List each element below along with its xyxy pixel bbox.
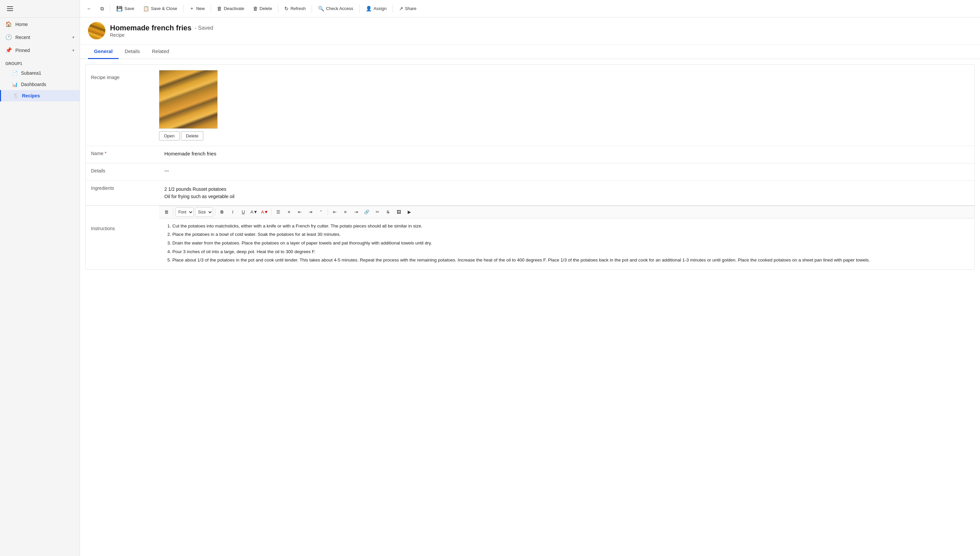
open-in-new-button[interactable]: ⧉ (96, 4, 108, 14)
more-button[interactable]: ▶ (405, 207, 414, 217)
image-row: Recipe image Open Delete (85, 65, 974, 146)
sidebar-group-label: Group1 (0, 57, 80, 67)
sidebar: 🏠 Home 🕐 Recent ▾ 📌 Pinned ▾ Group1 📄 Su… (0, 0, 80, 556)
image-open-button[interactable]: Open (159, 131, 180, 141)
new-icon: ＋ (189, 5, 194, 12)
hamburger-menu-icon[interactable] (5, 4, 15, 13)
instruction-step-2: Place the potatoes in a bowl of cold wat… (172, 231, 969, 238)
save-close-icon: 📋 (143, 6, 149, 12)
rte-separator-1 (173, 209, 173, 215)
toolbar-separator-7 (393, 5, 393, 13)
delete-icon: 🗑 (253, 6, 258, 11)
subarea-icon: 📄 (12, 70, 18, 76)
instructions-row: Instructions 🗑 Font Size B (85, 205, 974, 269)
recent-icon: 🕐 (5, 34, 12, 40)
refresh-button[interactable]: ↻ Refresh (280, 4, 309, 14)
font-select[interactable]: Font (175, 207, 193, 217)
instruction-step-3: Drain the water from the potatoes. Place… (172, 239, 969, 247)
assign-icon: 👤 (366, 6, 372, 12)
chevron-down-icon: ▾ (73, 48, 74, 53)
highlight-button[interactable]: A▼ (249, 207, 259, 217)
toolbar-separator-3 (211, 5, 211, 13)
instruction-step-4: Pour 3 inches of oil into a large, deep … (172, 248, 969, 255)
ingredients-row: Ingredients 2 1/2 pounds Russet potatoes… (85, 181, 974, 205)
tab-general[interactable]: General (88, 44, 119, 59)
save-close-button[interactable]: 📋 Save & Close (139, 4, 181, 14)
ingredients-line1: 2 1/2 pounds Russet potatoes (164, 186, 969, 193)
image-delete-button[interactable]: Delete (181, 131, 204, 141)
save-button[interactable]: 💾 Save (112, 4, 138, 14)
check-access-button[interactable]: 🔍 Check Access (314, 4, 357, 14)
share-icon: ↗ (399, 6, 403, 12)
link-button[interactable]: 🔗 (362, 207, 371, 217)
deactivate-button[interactable]: 🗑 Deactivate (213, 4, 248, 13)
content-area: Homemade french fries - Saved Recipe Gen… (80, 17, 980, 556)
refresh-icon: ↻ (284, 6, 289, 12)
align-right-button[interactable]: ⇥ (351, 207, 361, 217)
new-button[interactable]: ＋ New (185, 3, 209, 14)
details-label: Details (85, 163, 159, 178)
unlink-button[interactable]: ✂ (373, 207, 382, 217)
image-button[interactable]: 🖼 (394, 207, 403, 217)
image-buttons: Open Delete (159, 131, 218, 141)
tab-related[interactable]: Related (146, 44, 175, 59)
indent-button[interactable]: ⇥ (306, 207, 315, 217)
align-center-button[interactable]: ≡ (341, 207, 350, 217)
instruction-step-5: Place about 1/3 of the potatoes in the p… (172, 257, 969, 264)
check-access-label: Check Access (326, 6, 353, 11)
back-icon: ← (87, 6, 92, 11)
save-label: Save (124, 6, 134, 11)
rte-eraser-button[interactable]: 🗑 (162, 207, 171, 217)
numbered-list-button[interactable]: ≡ (284, 207, 294, 217)
sidebar-item-recent[interactable]: 🕐 Recent ▾ (0, 31, 80, 44)
align-left-button[interactable]: ⇤ (330, 207, 339, 217)
instructions-text[interactable]: Cut the potatoes into matchsticks, eithe… (159, 218, 974, 269)
italic-button[interactable]: I (228, 207, 237, 217)
delete-label: Delete (260, 6, 272, 11)
ingredients-line2: Oil for frying such as vegetable oil (164, 193, 969, 200)
outdent-button[interactable]: ⇤ (295, 207, 304, 217)
rte-separator-3 (271, 209, 272, 215)
name-label: Name * (85, 146, 159, 161)
form-content: Recipe image Open Delete Name * (85, 65, 975, 270)
delete-button[interactable]: 🗑 Delete (249, 4, 276, 13)
main-content: ← ⧉ 💾 Save 📋 Save & Close ＋ New 🗑 Deacti… (80, 0, 980, 556)
required-indicator: * (105, 151, 106, 156)
deactivate-label: Deactivate (224, 6, 244, 11)
back-button[interactable]: ← (83, 4, 96, 13)
quote-button[interactable]: " (316, 207, 326, 217)
strikethrough-button[interactable]: S̶ (383, 207, 393, 217)
bullet-list-button[interactable]: ☰ (274, 207, 283, 217)
name-value[interactable]: Homemade french fries (159, 146, 974, 161)
image-label: Recipe image (85, 70, 159, 85)
sidebar-item-dashboards[interactable]: 📊 Dashboards (0, 79, 80, 90)
font-color-button[interactable]: A▼ (260, 207, 269, 217)
tab-details[interactable]: Details (119, 44, 146, 59)
sidebar-header (0, 0, 80, 18)
size-select[interactable]: Size (195, 207, 213, 217)
underline-button[interactable]: U (239, 207, 248, 217)
record-title: Homemade french fries - Saved (110, 24, 213, 32)
ingredients-value[interactable]: 2 1/2 pounds Russet potatoes Oil for fry… (159, 181, 974, 205)
instructions-label: Instructions (85, 206, 159, 236)
record-saved-status: - Saved (195, 25, 213, 31)
sidebar-item-subarea1[interactable]: 📄 Subarea1 (0, 67, 80, 79)
details-value[interactable]: --- (159, 163, 974, 178)
pin-icon: 📌 (5, 47, 12, 53)
toolbar-separator-4 (278, 5, 278, 13)
home-icon: 🏠 (5, 21, 12, 27)
record-title-block: Homemade french fries - Saved Recipe (110, 24, 213, 38)
toolbar-separator-1 (110, 5, 110, 13)
assign-button[interactable]: 👤 Assign (362, 4, 391, 14)
toolbar: ← ⧉ 💾 Save 📋 Save & Close ＋ New 🗑 Deacti… (80, 0, 980, 17)
sidebar-item-pinned[interactable]: 📌 Pinned ▾ (0, 44, 80, 57)
share-button[interactable]: ↗ Share (395, 4, 421, 14)
sidebar-item-home[interactable]: 🏠 Home (0, 18, 80, 31)
sidebar-item-recipes[interactable]: 🍴 Recipes (0, 90, 80, 102)
chevron-down-icon: ▾ (73, 35, 74, 40)
sidebar-item-dashboards-label: Dashboards (21, 82, 46, 87)
record-name: Homemade french fries (110, 24, 192, 32)
dashboards-icon: 📊 (12, 82, 18, 87)
share-label: Share (405, 6, 417, 11)
bold-button[interactable]: B (218, 207, 227, 217)
